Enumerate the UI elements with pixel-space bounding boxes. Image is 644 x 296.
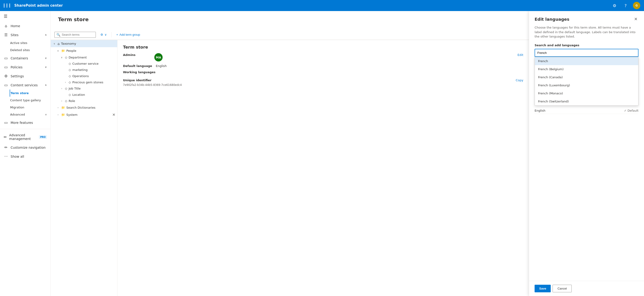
sidebar-item-sites[interactable]: ☰ Sites ∧ (0, 30, 50, 39)
dropdown-item-french-belgium[interactable]: French (Belgium) (535, 65, 638, 73)
edit-panel-body: Choose the languages for this term store… (529, 25, 644, 281)
dropdown-item-french-canada[interactable]: French (Canada) (535, 73, 638, 81)
save-button[interactable]: Save (534, 285, 551, 292)
term-store-content: Term store 🔍 ⚙ ∨ + Add term group (51, 11, 529, 296)
sidebar: ☰ ⌂ Home ☰ Sites ∧ Active sites Deleted … (0, 11, 51, 296)
tree-item-system[interactable]: › 📁 System ✕ (51, 111, 117, 118)
policies-chevron: ∨ (45, 66, 47, 69)
search-input[interactable] (62, 33, 89, 36)
dropdown-item-french-monaco[interactable]: French (Monaco) (535, 89, 638, 97)
sidebar-divider (0, 129, 50, 129)
unique-id-value: 7e902fa2-b34b-44b5-8369-7ce61680edc4 (123, 83, 182, 86)
dropdown-item-french-switzerland[interactable]: French (Switzerland) (535, 97, 638, 105)
tree-label-operations: Operations (72, 74, 89, 78)
working-lang-english-default: ✓ Default (624, 109, 638, 112)
taxonomy-expand: ∨ (52, 42, 56, 45)
tree-item-customer-service[interactable]: ◇ Customer service (51, 60, 117, 67)
app-launcher-icon[interactable] (4, 4, 12, 7)
sidebar-item-policies[interactable]: ▭ Policies ∨ (0, 63, 50, 72)
settings-nav-icon: ⚙ (4, 74, 8, 78)
topbar: SharePoint admin center ⚙ ? G (0, 0, 644, 11)
settings-icon[interactable]: ⚙ (611, 2, 618, 9)
tree-item-department[interactable]: ∨ ◇ Department (51, 54, 117, 60)
tree-item-operations[interactable]: ◇ Operations (51, 73, 117, 79)
working-languages-section: English ✓ Default (534, 107, 638, 114)
hamburger-button[interactable]: ☰ (0, 11, 50, 21)
term-detail: Term store Admins MA Edit Default langua… (118, 40, 529, 296)
detail-title: Term store (123, 45, 523, 49)
dropdown-item-french-luxembourg[interactable]: French (Luxembourg) (535, 81, 638, 89)
dropdown-item-french[interactable]: French (535, 57, 638, 65)
sidebar-item-settings[interactable]: ⚙ Settings (0, 72, 50, 81)
tree-item-job-title[interactable]: › ◇ Job Title (51, 85, 117, 92)
default-lang-label: Default language (123, 64, 152, 68)
sidebar-item-term-store[interactable]: Term store (10, 89, 50, 97)
unique-id-row: Unique identifier 7e902fa2-b34b-44b5-836… (123, 78, 523, 86)
sidebar-item-active-sites[interactable]: Active sites (10, 39, 50, 46)
sidebar-item-show-all[interactable]: ··· Show all (0, 152, 50, 161)
tree-item-precious-gem-stones[interactable]: › ◇ Precious gem stones (51, 79, 117, 85)
people-icon: 📁 (61, 49, 65, 52)
sidebar-item-more-features[interactable]: ▭ More features (0, 118, 50, 127)
default-lang-row: Default language English (123, 64, 523, 68)
tree-item-location[interactable]: ◇ Location (51, 92, 117, 98)
term-toolbar: 🔍 ⚙ ∨ + Add term group (51, 30, 529, 40)
tree-item-marketing[interactable]: ◇ marketing (51, 67, 117, 73)
sidebar-item-content-type-gallery[interactable]: Content type gallery (10, 97, 50, 104)
sidebar-item-containers[interactable]: ▭ Containers ∨ (0, 54, 50, 63)
tree-item-role[interactable]: › ◇ Role (51, 98, 117, 104)
cancel-button[interactable]: Cancel (552, 285, 572, 292)
tree-item-people[interactable]: ∨ 📁 People ··· (51, 47, 117, 54)
tree-label-people: People (66, 49, 76, 52)
filter-chevron: ∨ (104, 33, 107, 36)
working-lang-row: Working languages (123, 70, 523, 74)
sd-expand: › (56, 106, 60, 109)
sd-icon: 📁 (61, 106, 65, 109)
role-expand: › (60, 100, 64, 102)
tree-label-search-dictionaries: Search Dictionaries (66, 106, 95, 109)
sidebar-item-deleted-sites[interactable]: Deleted sites (10, 46, 50, 54)
sidebar-item-advanced-management[interactable]: ✏ Advanced management PRO (0, 131, 50, 143)
working-lang-english-name: English (534, 109, 546, 112)
default-lang-value: English (156, 64, 166, 68)
close-panel-button[interactable]: ✕ (633, 16, 638, 22)
copy-link[interactable]: Copy (516, 78, 523, 82)
search-box[interactable]: 🔍 (54, 32, 96, 38)
tree-item-taxonomy[interactable]: ∨ ⌂ Taxonomy ··· (51, 40, 117, 47)
taxonomy-icon: ⌂ (58, 42, 60, 45)
advanced-management-icon: ✏ (4, 135, 7, 139)
unique-id-section: Unique identifier 7e902fa2-b34b-44b5-836… (123, 78, 182, 86)
edit-panel-footer: Save Cancel (529, 281, 644, 296)
help-icon[interactable]: ? (622, 2, 629, 9)
tree-item-search-dictionaries[interactable]: › 📁 Search Dictionaries ··· (51, 104, 117, 111)
jt-expand: › (60, 87, 64, 90)
filter-icon: ⚙ (100, 33, 103, 36)
topbar-actions: ⚙ ? G (611, 2, 640, 9)
avatar[interactable]: G (633, 2, 640, 9)
pro-badge: PRO (39, 135, 47, 139)
containers-chevron: ∨ (45, 57, 47, 60)
policies-icon: ▭ (4, 65, 8, 69)
sites-chevron: ∧ (45, 33, 47, 36)
sys-close-icon[interactable]: ✕ (112, 113, 116, 117)
admin-avatar: MA (154, 53, 162, 61)
sidebar-item-migration[interactable]: Migration (10, 104, 50, 111)
sidebar-item-content-services[interactable]: ▭ Content services ∧ (0, 81, 50, 89)
search-add-label: Search and add languages (534, 43, 638, 47)
sidebar-item-home[interactable]: ⌂ Home (0, 21, 50, 30)
add-term-group-button[interactable]: + Add term group (114, 31, 143, 38)
filter-button[interactable]: ⚙ ∨ (98, 31, 110, 38)
tree-label-customer-service: Customer service (72, 62, 98, 65)
customize-nav-icon: ✏ (4, 145, 8, 150)
sidebar-item-customize-navigation[interactable]: ✏ Customize navigation (0, 143, 50, 152)
language-search-input[interactable] (534, 49, 638, 57)
tree-label-job-title: Job Title (69, 87, 80, 90)
sites-icon: ☰ (4, 33, 8, 37)
app-title: SharePoint admin center (14, 3, 608, 7)
tree-label-precious-gem-stones: Precious gem stones (72, 81, 103, 84)
edit-admins-link[interactable]: Edit (518, 53, 523, 57)
sidebar-item-advanced[interactable]: Advanced ∨ (10, 111, 50, 118)
content-services-chevron: ∧ (45, 83, 47, 86)
mkt-icon: ◇ (69, 68, 71, 72)
sys-icon: 📁 (61, 113, 65, 116)
